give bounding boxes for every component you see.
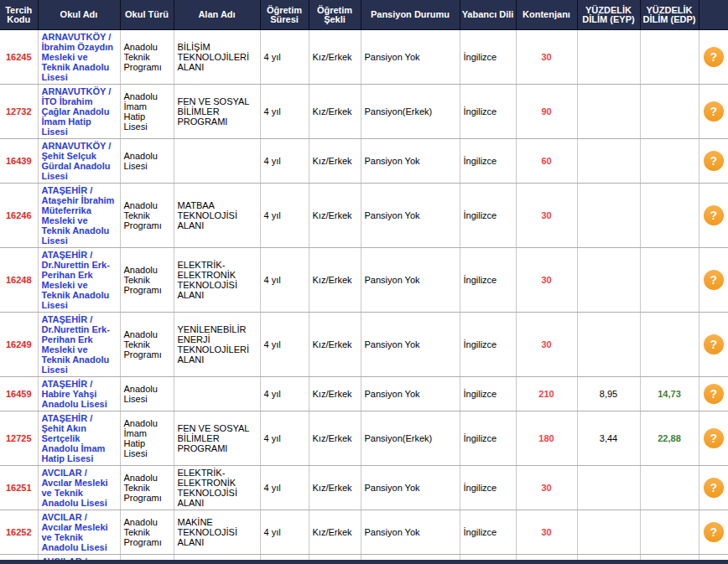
kontenjan-value: 30 <box>516 510 577 555</box>
tercih-kodu-value: 16439 <box>0 139 38 184</box>
okul-turu-cell: Anadolu İmam Hatip Lisesi <box>120 85 174 139</box>
school-name-link[interactable]: AVCILAR / Avcılar Mesleki ve Teknik Anad… <box>42 512 117 552</box>
eyp-value <box>577 139 640 184</box>
column-header-yuzdelik-dilim-eyp: YÜZDELİK DİLİM (EYP) <box>577 0 640 30</box>
school-name-link[interactable]: ATAŞEHİR / Şehit Akın Sertçelik Anadolu … <box>42 413 117 463</box>
kontenjan-value: 30 <box>516 30 577 85</box>
eyp-value: 3,44 <box>577 411 640 466</box>
tercih-kodu-value: 16459 <box>0 377 38 411</box>
edp-value <box>640 30 699 85</box>
kontenjan-value: 30 <box>516 248 577 313</box>
tercih-kodu-value: 16246 <box>0 184 38 248</box>
school-preference-page: Tercih Kodu Okul Adı Okul Türü Alan Adı … <box>0 0 728 564</box>
yabanci-dili-cell: İngilizce <box>460 30 516 85</box>
okul-turu-cell: Anadolu Lisesi <box>120 139 174 184</box>
edp-value <box>640 466 699 510</box>
edp-value <box>640 248 699 313</box>
pansiyon-durumu-cell: Pansiyon Yok <box>361 466 460 510</box>
eyp-value <box>577 184 640 248</box>
pansiyon-durumu-cell: Pansiyon Yok <box>361 248 460 313</box>
ogretim-sekli-cell: Kız/Erkek <box>309 139 361 184</box>
tercih-kodu-value: 16251 <box>0 466 38 510</box>
eyp-value <box>577 30 640 85</box>
ogretim-suresi-cell: 4 yıl <box>260 30 309 85</box>
table-row: 12732 ARNAVUTKÖY / İTO İbrahim Çağlar An… <box>0 85 728 139</box>
tercih-kodu-value: 16252 <box>0 510 38 555</box>
alan-adi-cell: FEN VE SOSYAL BİLİMLER PROGRAMI <box>174 85 260 139</box>
ogretim-suresi-cell: 4 yıl <box>260 377 309 411</box>
pansiyon-durumu-cell: Pansiyon Yok <box>361 377 460 411</box>
okul-turu-cell: Anadolu Teknik Programı <box>120 466 174 510</box>
eyp-value: 8,95 <box>577 377 640 411</box>
alan-adi-cell <box>174 139 260 184</box>
help-icon[interactable]: ? <box>704 101 724 122</box>
ogretim-suresi-cell: 4 yıl <box>260 510 309 555</box>
school-name-link[interactable]: ATAŞEHİR / Dr.Nurettin Erk-Perihan Erk M… <box>42 314 117 375</box>
table-row: 16248 ATAŞEHİR / Dr.Nurettin Erk-Perihan… <box>0 248 728 313</box>
yabanci-dili-cell: İngilizce <box>460 466 516 510</box>
ogretim-sekli-cell: Kız/Erkek <box>309 510 361 555</box>
table-footer-bar <box>0 560 728 564</box>
edp-value <box>640 85 699 139</box>
kontenjan-value: 30 <box>516 466 577 510</box>
ogretim-suresi-cell: 4 yıl <box>260 466 309 510</box>
alan-adi-cell: MATBAA TEKNOLOJİSİ ALANI <box>174 184 260 248</box>
kontenjan-value: 60 <box>516 139 577 184</box>
school-name-link[interactable]: ATAŞEHİR / Ataşehir İbrahim Müteferrika … <box>42 185 117 246</box>
okul-turu-cell: Anadolu Teknik Programı <box>120 248 174 313</box>
eyp-value <box>577 313 640 377</box>
okul-turu-cell: Anadolu Teknik Programı <box>120 30 174 85</box>
help-icon[interactable]: ? <box>704 151 724 171</box>
column-header-pansiyon-durumu: Pansiyon Durumu <box>361 0 460 30</box>
table-row: 16251 AVCILAR / Avcılar Mesleki ve Tekni… <box>0 466 728 510</box>
ogretim-suresi-cell: 4 yıl <box>260 184 309 248</box>
column-header-ogretim-sekli: Öğretim Şekli <box>309 0 361 30</box>
yabanci-dili-cell: İngilizce <box>460 377 516 411</box>
okul-turu-cell: Anadolu Lisesi <box>120 377 174 411</box>
table-header: Tercih Kodu Okul Adı Okul Türü Alan Adı … <box>0 0 728 30</box>
alan-adi-cell <box>174 377 260 411</box>
yabanci-dili-cell: İngilizce <box>460 510 516 555</box>
help-icon[interactable]: ? <box>704 428 724 448</box>
ogretim-sekli-cell: Kız/Erkek <box>309 466 361 510</box>
eyp-value <box>577 85 640 139</box>
column-header-alan-adi: Alan Adı <box>174 0 260 30</box>
kontenjan-value: 210 <box>516 377 577 411</box>
school-name-link[interactable]: ATAŞEHİR / Habire Yahşi Anadolu Lisesi <box>42 379 117 409</box>
help-icon[interactable]: ? <box>704 522 724 542</box>
alan-adi-cell: FEN VE SOSYAL BİLİMLER PROGRAMI <box>174 411 260 466</box>
table-row: 16459 ATAŞEHİR / Habire Yahşi Anadolu Li… <box>0 377 728 411</box>
school-name-link[interactable]: ARNAVUTKÖY / Şehit Selçuk Gürdal Anadolu… <box>42 141 117 181</box>
okul-turu-cell: Anadolu Teknik Programı <box>120 510 174 555</box>
help-icon[interactable]: ? <box>704 270 724 290</box>
school-name-link[interactable]: ARNAVUTKÖY / İTO İbrahim Çağlar Anadolu … <box>42 86 117 137</box>
ogretim-sekli-cell: Kız/Erkek <box>309 411 361 466</box>
tercih-kodu-value: 16248 <box>0 248 38 313</box>
help-icon[interactable]: ? <box>704 47 724 67</box>
edp-value: 22,88 <box>640 411 699 466</box>
column-header-okul-adi: Okul Adı <box>38 0 120 30</box>
table-row: 16252 AVCILAR / Avcılar Mesleki ve Tekni… <box>0 510 728 555</box>
edp-value <box>640 139 699 184</box>
help-icon[interactable]: ? <box>704 478 724 498</box>
tercih-kodu-value: 12725 <box>0 411 38 466</box>
help-icon[interactable]: ? <box>704 205 724 225</box>
yabanci-dili-cell: İngilizce <box>460 248 516 313</box>
school-name-link[interactable]: ARNAVUTKÖY / İbrahim Özaydın Mesleki ve … <box>42 32 117 82</box>
yabanci-dili-cell: İngilizce <box>460 411 516 466</box>
eyp-value <box>577 510 640 555</box>
school-name-link[interactable]: AVCILAR / Avcılar Mesleki ve Teknik Anad… <box>42 468 117 508</box>
tercih-kodu-value: 16245 <box>0 30 38 85</box>
ogretim-suresi-cell: 4 yıl <box>260 85 309 139</box>
yabanci-dili-cell: İngilizce <box>460 313 516 377</box>
pansiyon-durumu-cell: Pansiyon Yok <box>361 510 460 555</box>
school-name-link[interactable]: ATAŞEHİR / Dr.Nurettin Erk-Perihan Erk M… <box>42 250 117 310</box>
help-icon[interactable]: ? <box>704 384 724 404</box>
column-header-tercih-kodu: Tercih Kodu <box>0 0 38 30</box>
alan-adi-cell: ELEKTRİK-ELEKTRONİK TEKNOLOJİSİ ALANI <box>174 466 260 510</box>
ogretim-suresi-cell: 4 yıl <box>260 411 309 466</box>
okul-turu-cell: Anadolu Teknik Programı <box>120 313 174 377</box>
help-icon[interactable]: ? <box>704 334 724 354</box>
pansiyon-durumu-cell: Pansiyon Yok <box>361 313 460 377</box>
table-row: 16245 ARNAVUTKÖY / İbrahim Özaydın Mesle… <box>0 30 728 85</box>
